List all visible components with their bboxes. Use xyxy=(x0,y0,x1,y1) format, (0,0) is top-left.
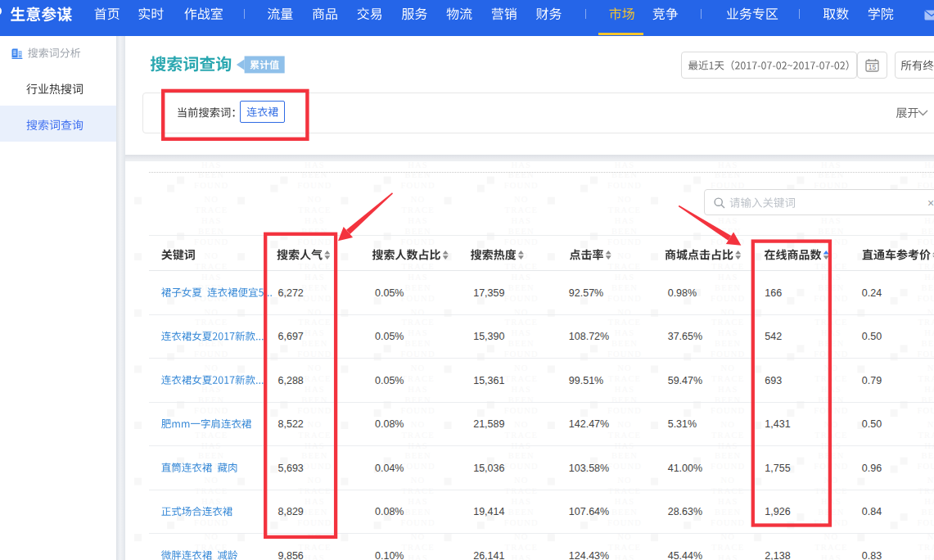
svg-text:15: 15 xyxy=(869,63,877,71)
